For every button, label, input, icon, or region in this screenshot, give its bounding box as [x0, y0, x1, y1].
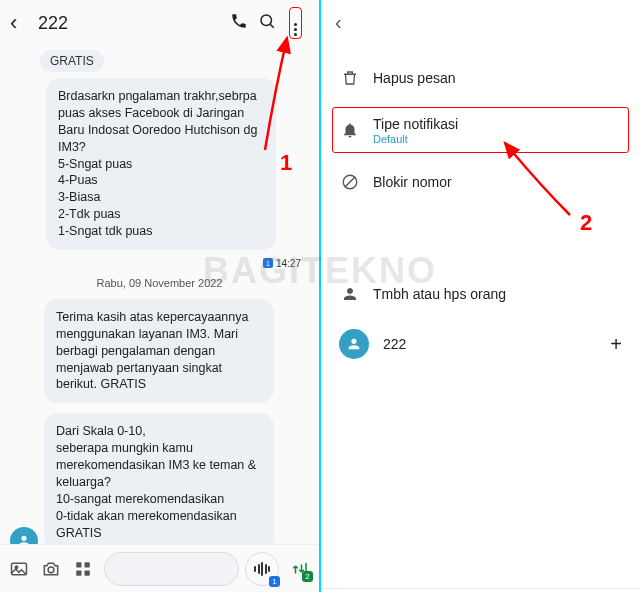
message-bubble[interactable]: Terima kasih atas kepercayaannya menggun… — [44, 299, 274, 403]
waveform-icon — [254, 562, 270, 576]
back-button[interactable]: ‹ — [335, 11, 342, 34]
member-name: 222 — [383, 336, 596, 352]
svg-rect-8 — [85, 570, 90, 575]
camera-icon[interactable] — [40, 558, 62, 580]
svg-line-10 — [345, 177, 356, 188]
sim-badge: 1 — [263, 258, 273, 268]
person-icon — [339, 283, 361, 305]
trash-icon — [339, 67, 361, 89]
menu-sublabel: Default — [373, 133, 458, 145]
svg-rect-6 — [85, 562, 90, 567]
bell-icon — [339, 119, 361, 141]
block-icon — [339, 171, 361, 193]
conversation-title: 222 — [34, 13, 225, 34]
apps-icon[interactable] — [72, 558, 94, 580]
menu-label: Blokir nomor — [373, 174, 452, 190]
menu-add-remove-people[interactable]: Tmbh atau hps orang — [321, 268, 640, 320]
sender-avatar[interactable] — [10, 527, 38, 544]
svg-rect-5 — [76, 562, 81, 567]
message-timestamp: 1 14:27 — [10, 258, 309, 269]
gallery-icon[interactable] — [8, 558, 30, 580]
message-bubble[interactable]: Dari Skala 0-10, seberapa mungkin kamu m… — [44, 413, 274, 544]
svg-line-1 — [270, 24, 274, 28]
date-separator: Rabu, 09 November 2022 — [10, 277, 309, 289]
add-member-button[interactable]: + — [610, 333, 622, 356]
sim2-badge: 2 — [302, 571, 313, 582]
message-input[interactable] — [104, 552, 239, 586]
member-row[interactable]: 222 + — [321, 320, 640, 368]
menu-label: Tmbh atau hps orang — [373, 286, 506, 302]
sim1-badge: 1 — [269, 576, 280, 587]
menu-block-number[interactable]: Blokir nomor — [321, 156, 640, 208]
menu-notification-type[interactable]: Tipe notifikasi Default — [329, 104, 632, 156]
kebab-icon — [294, 23, 297, 36]
sim-switch-button[interactable]: 2 — [289, 558, 311, 580]
menu-label: Tipe notifikasi — [373, 116, 458, 132]
menu-label: Hapus pesan — [373, 70, 456, 86]
more-menu-button[interactable] — [281, 7, 309, 39]
search-icon[interactable] — [253, 12, 281, 35]
menu-delete-messages[interactable]: Hapus pesan — [321, 52, 640, 104]
call-icon[interactable] — [225, 12, 253, 35]
message-bubble[interactable]: Brdasarkn pngalaman trakhr,sebrpa puas a… — [46, 78, 276, 250]
svg-point-4 — [48, 566, 54, 572]
member-avatar — [339, 329, 369, 359]
gratis-badge: GRATIS — [40, 50, 104, 72]
svg-point-0 — [261, 15, 272, 26]
svg-rect-7 — [76, 570, 81, 575]
back-button[interactable]: ‹ — [10, 10, 34, 36]
voice-record-button[interactable]: 1 — [245, 552, 279, 586]
